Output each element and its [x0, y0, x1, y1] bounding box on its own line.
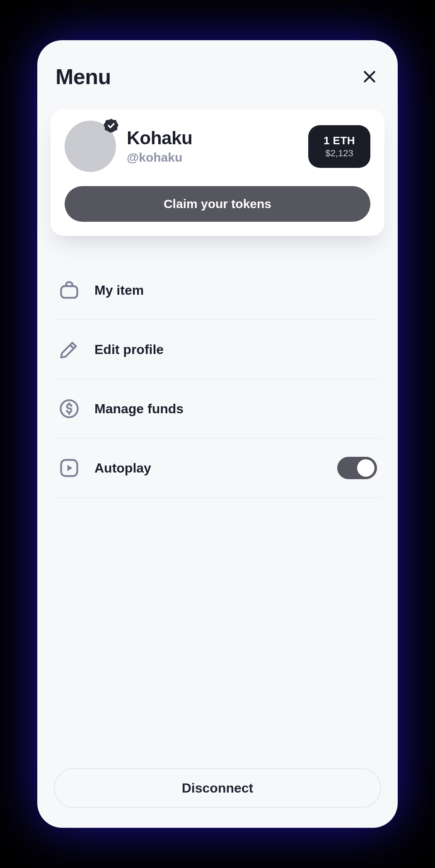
pencil-icon — [58, 338, 80, 361]
profile-card: Kohaku @kohaku 1 ETH $2,123 Claim your t… — [51, 109, 384, 236]
disconnect-label: Disconnect — [182, 781, 253, 796]
balance-secondary: $2,123 — [319, 148, 360, 159]
claim-tokens-button[interactable]: Claim your tokens — [65, 186, 370, 222]
balance-primary: 1 ETH — [319, 134, 360, 147]
close-button[interactable] — [360, 67, 379, 87]
close-icon — [361, 68, 378, 85]
disconnect-button[interactable]: Disconnect — [54, 768, 381, 808]
header: Menu — [54, 64, 381, 109]
menu-item-edit-profile[interactable]: Edit profile — [54, 320, 381, 379]
menu-panel: Menu Kohaku @kohaku — [37, 40, 398, 828]
menu-list: My item Edit profile Manage funds — [54, 261, 381, 498]
verified-badge-icon — [104, 118, 118, 133]
menu-item-manage-funds[interactable]: Manage funds — [54, 379, 381, 439]
avatar-wrap — [65, 121, 116, 172]
balance-pill[interactable]: 1 ETH $2,123 — [308, 125, 370, 168]
profile-row: Kohaku @kohaku 1 ETH $2,123 — [65, 121, 370, 172]
svg-rect-3 — [61, 286, 77, 298]
menu-item-label: My item — [94, 283, 144, 298]
profile-handle: @kohaku — [127, 150, 192, 165]
play-square-icon — [58, 457, 80, 479]
svg-marker-2 — [104, 119, 118, 133]
svg-marker-9 — [68, 465, 72, 471]
profile-name: Kohaku — [127, 128, 192, 148]
profile-text: Kohaku @kohaku — [127, 128, 192, 165]
menu-item-label: Autoplay — [94, 461, 151, 476]
toggle-knob — [357, 459, 375, 477]
page-title: Menu — [56, 64, 111, 89]
briefcase-icon — [58, 279, 80, 301]
svg-line-4 — [70, 345, 74, 349]
claim-tokens-label: Claim your tokens — [164, 197, 271, 211]
menu-item-label: Edit profile — [94, 342, 164, 357]
autoplay-toggle[interactable] — [337, 457, 377, 479]
dollar-circle-icon — [58, 398, 80, 420]
menu-item-label: Manage funds — [94, 401, 184, 417]
menu-item-autoplay[interactable]: Autoplay — [54, 439, 381, 498]
menu-item-my-item[interactable]: My item — [54, 261, 381, 320]
